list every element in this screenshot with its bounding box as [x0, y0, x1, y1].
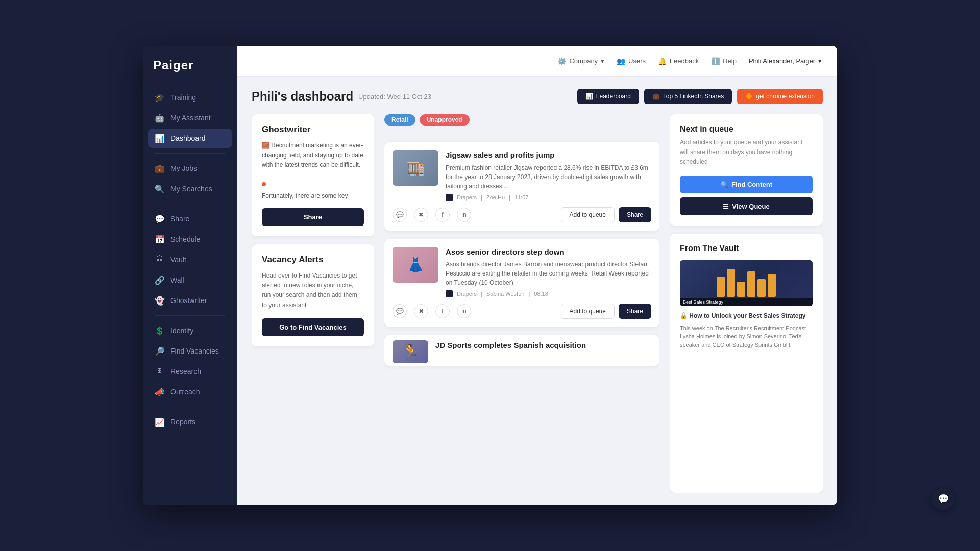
left-column: Ghostwriter 🧱 Recruitment marketing is a… — [252, 114, 374, 493]
sidebar-label-schedule: Schedule — [170, 235, 200, 243]
feedback-icon: 🔔 — [658, 57, 667, 65]
article-meta-0: Drapers | Zoe Hu | 11:07 — [446, 194, 651, 201]
sidebar-item-my-assistant[interactable]: 🤖 My Assistant — [148, 108, 232, 128]
sidebar-label-research: Research — [170, 367, 201, 375]
whatsapp-icon-1[interactable]: 💬 — [393, 304, 407, 318]
social-icons-1: 💬 ✖ f in — [393, 304, 471, 318]
add-queue-button-1[interactable]: Add to queue — [561, 304, 615, 319]
sidebar-item-find-vacancies[interactable]: 🔎 Find Vacancies — [148, 341, 232, 361]
social-icons-0: 💬 ✖ f in — [393, 208, 471, 222]
sidebar-item-reports[interactable]: 📈 Reports — [148, 412, 232, 432]
company-icon: ⚙️ — [557, 57, 566, 65]
sidebar-item-outreach[interactable]: 📣 Outreach — [148, 382, 232, 402]
chat-button[interactable]: 💬 — [932, 488, 954, 510]
whatsapp-icon-0[interactable]: 💬 — [393, 208, 407, 222]
header: ⚙️ Company ▾ 👥 Users 🔔 Feedback ℹ️ Help … — [237, 46, 837, 77]
article-title-1: Asos senior directors step down — [446, 247, 651, 257]
article-card-2: 🏃 JD Sports completes Spanish acquisitio… — [384, 335, 659, 366]
linkedin-icon: 💼 — [652, 93, 660, 100]
ghostwriter-icon: 👻 — [155, 296, 164, 305]
dashboard-area: Phili's dashboard Updated: Wed 11 Oct 23… — [237, 77, 837, 505]
vacancies-button-label: Go to Find Vacancies — [279, 323, 346, 331]
leaderboard-icon: 📊 — [585, 93, 593, 100]
sidebar-divider-3 — [155, 315, 225, 316]
app-logo: Paiger — [143, 46, 237, 88]
ghostwriter-share-button[interactable]: Share — [262, 208, 364, 226]
dashboard-title-area: Phili's dashboard Updated: Wed 11 Oct 23 — [252, 89, 431, 104]
sidebar-item-schedule[interactable]: 📅 Schedule — [148, 230, 232, 249]
article-separator2-0: | — [509, 194, 510, 201]
user-menu[interactable]: Phili Alexander, Paiger ▾ — [749, 57, 822, 65]
tag-retail[interactable]: Retail — [384, 114, 415, 126]
feedback-menu[interactable]: 🔔 Feedback — [658, 57, 699, 65]
chrome-button[interactable]: 🔶 get chrome extension — [737, 89, 823, 104]
sidebar-label-ghostwriter: Ghostwriter — [170, 296, 207, 305]
sidebar-item-my-searches[interactable]: 🔍 My Searches — [148, 179, 232, 198]
sidebar-item-ghostwriter[interactable]: 👻 Ghostwriter — [148, 291, 232, 310]
linkedin-icon-0[interactable]: in — [457, 208, 471, 222]
dashboard-updated: Updated: Wed 11 Oct 23 — [358, 93, 431, 101]
user-chevron: ▾ — [818, 57, 822, 65]
share-label-1: Share — [627, 308, 643, 315]
sidebar-label-jobs: My Jobs — [170, 164, 197, 172]
facebook-icon-0[interactable]: f — [435, 208, 450, 222]
sidebar-item-share[interactable]: 💬 Share — [148, 209, 232, 229]
article-image-2: 🏃 — [393, 340, 428, 363]
users-label: Users — [628, 57, 646, 65]
sidebar-item-dashboard[interactable]: 📊 Dashboard — [148, 129, 232, 148]
article-info-1: Asos senior directors step down Asos bra… — [446, 247, 651, 298]
linkedin-button[interactable]: 💼 Top 5 LinkedIn Shares — [644, 89, 732, 104]
article-source-1: Drapers — [457, 291, 477, 297]
sidebar-item-wall[interactable]: 🔗 Wall — [148, 270, 232, 290]
sidebar-item-vault[interactable]: 🏛 Vault — [148, 250, 232, 269]
sidebar-item-my-jobs[interactable]: 💼 My Jobs — [148, 159, 232, 178]
share-button-1[interactable]: Share — [619, 304, 651, 319]
company-menu[interactable]: ⚙️ Company ▾ — [557, 57, 604, 65]
vault-emoji: 🔓 — [680, 312, 688, 319]
sidebar-divider-4 — [155, 407, 225, 407]
article-card-1: 👗 Asos senior directors step down Asos b… — [384, 239, 659, 328]
users-menu[interactable]: 👥 Users — [617, 57, 646, 65]
help-menu[interactable]: ℹ️ Help — [711, 57, 737, 65]
retweet-icon-1[interactable]: ✖ — [414, 304, 428, 318]
article-actions-0: 💬 ✖ f in Add to queue Share — [393, 207, 651, 222]
dashboard-title-text: Phili's dashboard — [252, 89, 353, 104]
article-desc-0: Premium fashion retailer Jigsaw reported… — [446, 163, 651, 191]
retweet-icon-0[interactable]: ✖ — [414, 208, 428, 222]
company-chevron: ▾ — [601, 57, 604, 65]
sidebar-divider-2 — [155, 204, 225, 204]
article-time-1: 08:18 — [534, 291, 548, 297]
sidebar-label-vault: Vault — [170, 256, 186, 264]
ghostwriter-text: 🧱 Recruitment marketing is an ever-chang… — [262, 141, 364, 202]
sidebar-item-training[interactable]: 🎓 Training — [148, 88, 232, 107]
go-to-vacancies-button[interactable]: Go to Find Vacancies — [262, 318, 364, 336]
view-queue-button[interactable]: ☰ View Queue — [680, 197, 813, 215]
article-body-1: 👗 Asos senior directors step down Asos b… — [393, 247, 651, 298]
sidebar-item-research[interactable]: 👁 Research — [148, 362, 232, 381]
help-label: Help — [723, 57, 737, 65]
article-separator-0: | — [481, 194, 482, 201]
article-separator2-1: | — [528, 291, 530, 297]
queue-title: Next in queue — [680, 124, 813, 134]
mid-column: Retail Unapproved 🏬 Jigsaw sales and pro… — [384, 114, 659, 493]
article-image-1: 👗 — [393, 247, 438, 283]
article-card-0: 🏬 Jigsaw sales and profits jump Premium … — [384, 142, 659, 231]
leaderboard-button[interactable]: 📊 Leaderboard — [577, 89, 639, 104]
sidebar-label-share: Share — [170, 215, 189, 223]
add-queue-button-0[interactable]: Add to queue — [561, 207, 615, 222]
dashboard-actions: 📊 Leaderboard 💼 Top 5 LinkedIn Shares 🔶 … — [577, 89, 823, 104]
add-queue-label-0: Add to queue — [570, 211, 606, 218]
vacancy-title: Vacancy Alerts — [262, 255, 364, 265]
facebook-icon-1[interactable]: f — [435, 304, 450, 318]
linkedin-icon-1[interactable]: in — [457, 304, 471, 318]
tag-unapproved[interactable]: Unapproved — [420, 114, 470, 126]
article-title-0: Jigsaw sales and profits jump — [446, 150, 651, 160]
sidebar-item-identify[interactable]: 💲 Identify — [148, 321, 232, 340]
view-queue-label: View Queue — [732, 203, 769, 210]
find-content-button[interactable]: 🔍 Find Content — [680, 176, 813, 193]
article-desc-1: Asos brands director James Barron and me… — [446, 260, 651, 287]
dashboard-header: Phili's dashboard Updated: Wed 11 Oct 23… — [252, 89, 823, 104]
orange-dot — [262, 182, 266, 186]
share-button-0[interactable]: Share — [619, 207, 651, 222]
sidebar-divider-1 — [155, 153, 225, 154]
